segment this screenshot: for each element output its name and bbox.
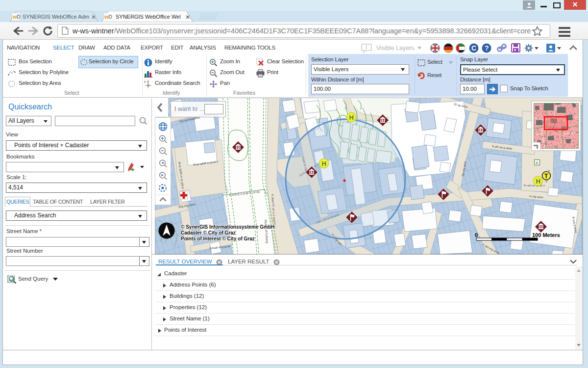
svg-text:o: o — [536, 160, 538, 165]
svg-text:0: 0 — [475, 232, 478, 238]
svg-text:✕: ✕ — [185, 14, 190, 21]
svg-text:H: H — [349, 114, 354, 121]
svg-text:D: D — [17, 14, 21, 20]
svg-text:i: i — [366, 45, 367, 50]
svg-text:© SynerGIS Informationssysteme: © SynerGIS Informationssysteme GmbH — [181, 224, 274, 230]
svg-text:SYNERGIS WebOffice Adm: SYNERGIS WebOffice Adm — [23, 14, 89, 20]
svg-text:Cadaster © City of Graz: Cadaster © City of Graz — [181, 230, 236, 236]
svg-text:C: C — [471, 44, 476, 52]
svg-text:?: ? — [485, 44, 489, 52]
svg-text:,y: ,y — [147, 80, 149, 83]
svg-text:x: x — [144, 80, 146, 83]
svg-text:SYNERGIS WebOffice Wel: SYNERGIS WebOffice Wel — [116, 14, 181, 20]
svg-text:H: H — [322, 160, 326, 167]
svg-text:Points of Interest © City of G: Points of Interest © City of Graz — [181, 236, 255, 241]
svg-text:✕: ✕ — [91, 14, 96, 21]
svg-text:100 Meters: 100 Meters — [532, 232, 560, 238]
svg-text:H: H — [536, 178, 540, 185]
svg-text:T: T — [544, 173, 548, 180]
svg-text:D: D — [108, 14, 112, 20]
